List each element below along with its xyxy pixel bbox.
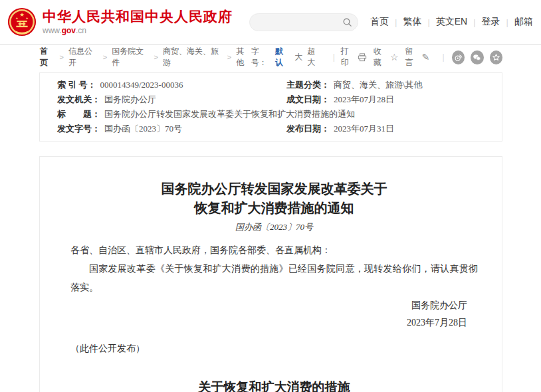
top-nav: 首页 | 繁体 | 英文EN | 登录 | 邮箱 bbox=[370, 16, 533, 28]
comment-button[interactable]: 留言 ✎ bbox=[405, 46, 429, 68]
star-outline-icon: ☆ bbox=[390, 52, 399, 62]
pencil-icon: ✎ bbox=[422, 52, 430, 62]
printer-icon bbox=[358, 53, 367, 62]
sign-date: 2023年7月28日 bbox=[70, 314, 467, 332]
salutation: 各省、自治区、直辖市人民政府，国务院各部委、各直属机构： bbox=[70, 241, 478, 260]
breadcrumb: 首页 > 信息公开 > 国务院文件 > 商贸、海关、旅游 > 其他 bbox=[40, 46, 251, 68]
breadcrumb-info-disclosure[interactable]: 信息公开 bbox=[68, 46, 98, 68]
breadcrumb-separator: > bbox=[103, 53, 107, 61]
font-size-large-button[interactable]: 大 bbox=[294, 52, 302, 63]
nav-mail[interactable]: 邮箱 bbox=[514, 16, 533, 28]
url-cn: .cn bbox=[76, 26, 86, 35]
national-emblem-logo: ★ ★ ★ bbox=[7, 7, 37, 37]
meta-row: 索 引 号： 000014349/2023-00036 主题分类： 商贸、海关、… bbox=[57, 78, 502, 92]
signature-block: 国务院办公厅 2023年7月28日 bbox=[70, 297, 478, 332]
search-box[interactable] bbox=[249, 13, 358, 31]
meta-theme-value: 商贸、海关、旅游\其他 bbox=[334, 78, 439, 92]
nav-divider: | bbox=[389, 17, 403, 27]
meta-row: 发文字号： 国办函〔2023〕70号 发布日期： 2023年07月31日 bbox=[57, 122, 502, 136]
search-icon[interactable] bbox=[342, 17, 352, 27]
paragraph-forward: 国家发展改革委《关于恢复和扩大消费的措施》已经国务院同意，现转发给你们，请认真贯… bbox=[70, 260, 478, 297]
nav-divider: | bbox=[421, 17, 435, 27]
font-size-xlarge-button[interactable]: 超大 bbox=[307, 46, 322, 68]
meta-pub-date-value: 2023年07月31日 bbox=[334, 122, 410, 136]
url-gov: gov bbox=[62, 26, 76, 35]
site-url: www.gov.cn bbox=[43, 26, 233, 35]
print-button[interactable]: 打印 bbox=[341, 46, 367, 68]
nav-divider: | bbox=[467, 17, 481, 27]
document-meta-table: 索 引 号： 000014349/2023-00036 主题分类： 商贸、海关、… bbox=[39, 72, 502, 142]
print-label: 打印 bbox=[341, 46, 355, 68]
nav-home[interactable]: 首页 bbox=[370, 16, 389, 28]
url-www: www. bbox=[43, 26, 62, 35]
svg-text:★: ★ bbox=[26, 17, 29, 20]
breadcrumb-toolbar-row: 首页 > 信息公开 > 国务院文件 > 商贸、海关、旅游 > 其他 字号： 默认… bbox=[0, 45, 541, 69]
document-content: 国务院办公厅转发国家发展改革委关于 恢复和扩大消费措施的通知 国办函〔2023〕… bbox=[39, 156, 502, 392]
breadcrumb-other[interactable]: 其他 bbox=[236, 46, 251, 68]
meta-row: 标 题： 国务院办公厅转发国家发展改革委关于恢复和扩大消费措施的通知 bbox=[57, 107, 502, 122]
search-input[interactable] bbox=[259, 17, 342, 27]
toolbar-divider: | bbox=[333, 52, 335, 62]
breadcrumb-state-council-docs[interactable]: 国务院文件 bbox=[112, 46, 149, 68]
document-number: 国办函〔2023〕70号 bbox=[70, 221, 478, 233]
svg-text:★: ★ bbox=[15, 17, 18, 20]
weibo-share-icon[interactable] bbox=[452, 50, 465, 64]
font-size-label: 字号： bbox=[251, 46, 273, 68]
breadcrumb-separator: > bbox=[154, 53, 158, 61]
site-brand[interactable]: 中华人民共和国中央人民政府 www.gov.cn bbox=[43, 9, 233, 35]
nav-traditional[interactable]: 繁体 bbox=[403, 16, 421, 28]
nav-divider: | bbox=[500, 17, 514, 27]
favorite-button[interactable]: 收藏 ☆ bbox=[374, 46, 399, 68]
meta-index-label: 索 引 号： bbox=[57, 78, 96, 92]
font-size-default-button[interactable]: 默认 bbox=[275, 46, 290, 68]
nav-login[interactable]: 登录 bbox=[482, 16, 500, 28]
meta-row: 发文机关： 国务院办公厅 成文日期： 2023年07月28日 bbox=[57, 92, 502, 107]
document-title: 国务院办公厅转发国家发展改革委关于 恢复和扩大消费措施的通知 bbox=[70, 179, 478, 218]
nav-english[interactable]: 英文EN bbox=[436, 16, 467, 28]
meta-title-value: 国务院办公厅转发国家发展改革委关于恢复和扩大消费措施的通知 bbox=[104, 107, 371, 122]
meta-written-date-label: 成文日期： bbox=[286, 92, 330, 107]
wechat-share-icon[interactable] bbox=[471, 50, 484, 64]
comment-label: 留言 bbox=[405, 46, 419, 68]
meta-doc-number-value: 国办函〔2023〕70号 bbox=[104, 122, 198, 136]
svg-text:★: ★ bbox=[19, 11, 25, 18]
meta-written-date-value: 2023年07月28日 bbox=[334, 92, 410, 107]
site-header: ★ ★ ★ 中华人民共和国中央人民政府 www.gov.cn 首页 | 繁体 |… bbox=[0, 0, 541, 45]
breadcrumb-home[interactable]: 首页 bbox=[40, 46, 54, 68]
document-title-line1: 国务院办公厅转发国家发展改革委关于 bbox=[70, 179, 478, 199]
meta-index-value: 000014349/2023-00036 bbox=[100, 78, 199, 92]
meta-theme-label: 主题分类： bbox=[286, 78, 330, 92]
attachment-title: 关于恢复和扩大消费的措施 bbox=[70, 378, 478, 392]
meta-org-value: 国务院办公厅 bbox=[104, 92, 172, 107]
signer: 国务院办公厅 bbox=[70, 297, 467, 314]
meta-doc-number-label: 发文字号： bbox=[57, 122, 100, 136]
star-share-icon[interactable] bbox=[490, 50, 503, 64]
breadcrumb-trade-customs-tourism[interactable]: 商贸、海关、旅游 bbox=[163, 46, 223, 68]
document-title-line2: 恢复和扩大消费措施的通知 bbox=[70, 199, 478, 218]
favorite-label: 收藏 bbox=[374, 46, 387, 68]
meta-title-label: 标 题： bbox=[57, 107, 100, 122]
breadcrumb-separator: > bbox=[227, 53, 231, 61]
public-release-note: （此件公开发布） bbox=[70, 340, 478, 358]
toolbar-divider: | bbox=[442, 52, 444, 62]
site-title: 中华人民共和国中央人民政府 bbox=[43, 9, 233, 25]
meta-pub-date-label: 发布日期： bbox=[286, 122, 330, 136]
meta-org-label: 发文机关： bbox=[57, 92, 100, 107]
breadcrumb-separator: > bbox=[59, 53, 63, 61]
page-toolbar: 字号： 默认 大 超大 | 打印 收藏 ☆ 留言 ✎ | bbox=[251, 46, 502, 68]
